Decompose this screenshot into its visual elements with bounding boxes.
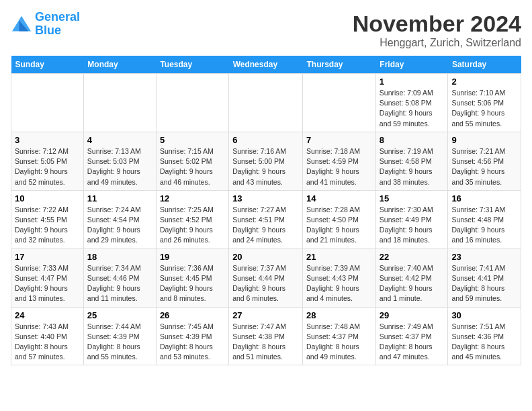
col-header-friday: Friday	[375, 56, 448, 74]
day-number: 11	[87, 193, 152, 203]
day-info: Sunrise: 7:48 AM Sunset: 4:37 PM Dayligh…	[306, 322, 372, 363]
day-info: Sunrise: 7:19 AM Sunset: 4:58 PM Dayligh…	[380, 146, 445, 187]
day-cell: 10Sunrise: 7:22 AM Sunset: 4:55 PM Dayli…	[11, 190, 84, 248]
day-info: Sunrise: 7:41 AM Sunset: 4:41 PM Dayligh…	[451, 263, 517, 304]
day-cell: 9Sunrise: 7:21 AM Sunset: 4:56 PM Daylig…	[448, 132, 521, 190]
day-info: Sunrise: 7:28 AM Sunset: 4:50 PM Dayligh…	[306, 205, 372, 246]
day-info: Sunrise: 7:44 AM Sunset: 4:39 PM Dayligh…	[87, 322, 152, 363]
day-info: Sunrise: 7:21 AM Sunset: 4:56 PM Dayligh…	[451, 146, 517, 187]
day-number: 9	[451, 135, 517, 145]
day-number: 6	[232, 135, 299, 145]
day-number: 18	[87, 252, 152, 262]
day-cell: 22Sunrise: 7:40 AM Sunset: 4:42 PM Dayli…	[375, 248, 448, 307]
day-info: Sunrise: 7:49 AM Sunset: 4:37 PM Dayligh…	[380, 322, 445, 363]
day-number: 7	[306, 135, 372, 145]
day-cell: 17Sunrise: 7:33 AM Sunset: 4:47 PM Dayli…	[11, 248, 84, 307]
day-info: Sunrise: 7:37 AM Sunset: 4:44 PM Dayligh…	[232, 263, 299, 304]
page-header: General Blue November 2024 Henggart, Zur…	[11, 11, 521, 49]
day-number: 10	[15, 193, 80, 203]
day-cell	[83, 74, 156, 132]
day-number: 23	[451, 252, 517, 262]
day-number: 25	[87, 310, 152, 320]
col-header-saturday: Saturday	[448, 56, 521, 74]
day-number: 12	[160, 193, 225, 203]
day-cell: 29Sunrise: 7:49 AM Sunset: 4:37 PM Dayli…	[375, 307, 448, 365]
day-info: Sunrise: 7:09 AM Sunset: 5:08 PM Dayligh…	[380, 88, 445, 129]
day-number: 24	[15, 310, 80, 320]
location: Henggart, Zurich, Switzerland	[353, 37, 521, 49]
day-info: Sunrise: 7:18 AM Sunset: 4:59 PM Dayligh…	[306, 146, 372, 187]
day-info: Sunrise: 7:15 AM Sunset: 5:02 PM Dayligh…	[160, 146, 225, 187]
day-info: Sunrise: 7:22 AM Sunset: 4:55 PM Dayligh…	[15, 205, 80, 246]
day-number: 4	[87, 135, 152, 145]
day-cell: 3Sunrise: 7:12 AM Sunset: 5:05 PM Daylig…	[11, 132, 84, 190]
day-cell: 5Sunrise: 7:15 AM Sunset: 5:02 PM Daylig…	[156, 132, 228, 190]
day-number: 2	[451, 77, 517, 87]
day-info: Sunrise: 7:27 AM Sunset: 4:51 PM Dayligh…	[232, 205, 299, 246]
day-number: 20	[232, 252, 299, 262]
day-info: Sunrise: 7:33 AM Sunset: 4:47 PM Dayligh…	[15, 263, 80, 304]
day-info: Sunrise: 7:40 AM Sunset: 4:42 PM Dayligh…	[380, 263, 445, 304]
logo-icon	[11, 15, 32, 34]
week-row-5: 24Sunrise: 7:43 AM Sunset: 4:40 PM Dayli…	[11, 307, 521, 365]
day-info: Sunrise: 7:51 AM Sunset: 4:36 PM Dayligh…	[451, 322, 517, 363]
logo-text: General Blue	[35, 11, 80, 38]
day-info: Sunrise: 7:25 AM Sunset: 4:52 PM Dayligh…	[160, 205, 225, 246]
day-number: 14	[306, 193, 372, 203]
day-info: Sunrise: 7:13 AM Sunset: 5:03 PM Dayligh…	[87, 146, 152, 187]
col-header-tuesday: Tuesday	[156, 56, 228, 74]
week-row-4: 17Sunrise: 7:33 AM Sunset: 4:47 PM Dayli…	[11, 248, 521, 307]
day-info: Sunrise: 7:30 AM Sunset: 4:49 PM Dayligh…	[380, 205, 445, 246]
day-cell	[156, 74, 228, 132]
header-row: SundayMondayTuesdayWednesdayThursdayFrid…	[11, 56, 521, 74]
day-cell	[11, 74, 84, 132]
col-header-wednesday: Wednesday	[229, 56, 303, 74]
day-cell: 19Sunrise: 7:36 AM Sunset: 4:45 PM Dayli…	[156, 248, 228, 307]
day-info: Sunrise: 7:31 AM Sunset: 4:48 PM Dayligh…	[451, 205, 517, 246]
day-number: 13	[232, 193, 299, 203]
title-area: November 2024 Henggart, Zurich, Switzerl…	[353, 11, 521, 49]
logo: General Blue	[11, 11, 80, 38]
day-cell: 24Sunrise: 7:43 AM Sunset: 4:40 PM Dayli…	[11, 307, 84, 365]
day-cell: 30Sunrise: 7:51 AM Sunset: 4:36 PM Dayli…	[448, 307, 521, 365]
day-cell: 21Sunrise: 7:39 AM Sunset: 4:43 PM Dayli…	[303, 248, 376, 307]
day-number: 15	[380, 193, 445, 203]
day-number: 8	[380, 135, 445, 145]
day-number: 17	[15, 252, 80, 262]
col-header-monday: Monday	[83, 56, 156, 74]
day-info: Sunrise: 7:24 AM Sunset: 4:54 PM Dayligh…	[87, 205, 152, 246]
day-cell: 15Sunrise: 7:30 AM Sunset: 4:49 PM Dayli…	[375, 190, 448, 248]
day-cell: 1Sunrise: 7:09 AM Sunset: 5:08 PM Daylig…	[375, 74, 448, 132]
day-number: 26	[160, 310, 225, 320]
week-row-2: 3Sunrise: 7:12 AM Sunset: 5:05 PM Daylig…	[11, 132, 521, 190]
day-cell: 13Sunrise: 7:27 AM Sunset: 4:51 PM Dayli…	[229, 190, 303, 248]
day-info: Sunrise: 7:47 AM Sunset: 4:38 PM Dayligh…	[232, 322, 299, 363]
week-row-1: 1Sunrise: 7:09 AM Sunset: 5:08 PM Daylig…	[11, 74, 521, 132]
day-cell: 11Sunrise: 7:24 AM Sunset: 4:54 PM Dayli…	[83, 190, 156, 248]
day-number: 22	[380, 252, 445, 262]
day-cell: 14Sunrise: 7:28 AM Sunset: 4:50 PM Dayli…	[303, 190, 376, 248]
day-info: Sunrise: 7:16 AM Sunset: 5:00 PM Dayligh…	[232, 146, 299, 187]
day-info: Sunrise: 7:12 AM Sunset: 5:05 PM Dayligh…	[15, 146, 80, 187]
day-cell: 25Sunrise: 7:44 AM Sunset: 4:39 PM Dayli…	[83, 307, 156, 365]
col-header-sunday: Sunday	[11, 56, 84, 74]
day-info: Sunrise: 7:45 AM Sunset: 4:39 PM Dayligh…	[160, 322, 225, 363]
day-number: 3	[15, 135, 80, 145]
day-cell	[303, 74, 376, 132]
day-number: 28	[306, 310, 372, 320]
day-number: 5	[160, 135, 225, 145]
day-number: 27	[232, 310, 299, 320]
day-info: Sunrise: 7:36 AM Sunset: 4:45 PM Dayligh…	[160, 263, 225, 304]
month-title: November 2024	[353, 11, 521, 37]
day-cell: 4Sunrise: 7:13 AM Sunset: 5:03 PM Daylig…	[83, 132, 156, 190]
calendar-table: SundayMondayTuesdayWednesdayThursdayFrid…	[11, 56, 521, 365]
day-number: 21	[306, 252, 372, 262]
day-number: 16	[451, 193, 517, 203]
day-cell: 18Sunrise: 7:34 AM Sunset: 4:46 PM Dayli…	[83, 248, 156, 307]
day-cell: 12Sunrise: 7:25 AM Sunset: 4:52 PM Dayli…	[156, 190, 228, 248]
day-cell: 7Sunrise: 7:18 AM Sunset: 4:59 PM Daylig…	[303, 132, 376, 190]
day-cell: 20Sunrise: 7:37 AM Sunset: 4:44 PM Dayli…	[229, 248, 303, 307]
day-number: 30	[451, 310, 517, 320]
day-number: 29	[380, 310, 445, 320]
day-cell: 27Sunrise: 7:47 AM Sunset: 4:38 PM Dayli…	[229, 307, 303, 365]
